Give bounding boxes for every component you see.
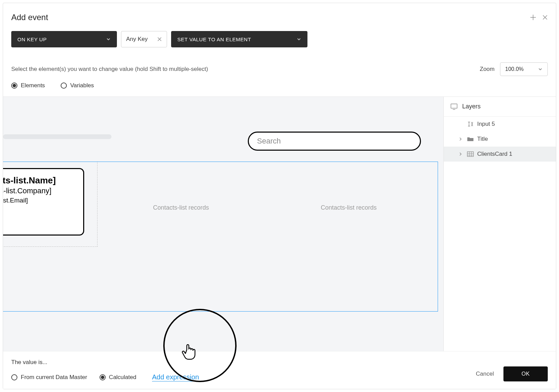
add-event-panel: Add event ON KEY UP Any Key: [3, 3, 556, 389]
trigger-label: ON KEY UP: [17, 36, 47, 42]
monitor-icon: [451, 103, 457, 110]
layer-label: Input 5: [477, 121, 495, 127]
add-icon[interactable]: [530, 14, 536, 20]
layer-label: Title: [477, 136, 488, 142]
scrollbar-stub[interactable]: [3, 134, 111, 139]
canvas-area: Search tacts-list.Name] acts-list.Compan…: [3, 96, 556, 351]
title-row: Add event: [11, 13, 548, 22]
contact-card[interactable]: tacts-list.Name] acts-list.Company] cts-…: [3, 168, 84, 236]
record-placeholder: Contacts-list records: [321, 204, 377, 211]
card-name: tacts-list.Name]: [3, 175, 80, 186]
key-label: Any Key: [126, 36, 148, 43]
value-label: The value is...: [11, 359, 548, 366]
card-email: cts-list.Email]: [3, 197, 80, 204]
value-radios: From current Data Master Calculated Add …: [11, 373, 548, 381]
layer-item-input5[interactable]: Input 5: [444, 117, 556, 132]
title-icons: [530, 14, 548, 20]
action-select[interactable]: SET VALUE TO AN ELEMENT: [171, 31, 307, 47]
key-chip[interactable]: Any Key: [121, 31, 167, 47]
close-icon[interactable]: [542, 15, 548, 20]
chevron-down-icon: [538, 67, 543, 72]
card-container: tacts-list.Name] acts-list.Company] cts-…: [3, 162, 97, 247]
chevron-right-icon[interactable]: [459, 152, 464, 156]
radio-variables-label: Variables: [70, 82, 94, 89]
layer-item-title[interactable]: Title: [444, 132, 556, 147]
search-input[interactable]: Search: [248, 132, 421, 151]
folder-icon: [467, 136, 474, 142]
action-label: SET VALUE TO AN ELEMENT: [177, 36, 251, 42]
header: Add event ON KEY UP Any Key: [3, 3, 556, 62]
radio-calculated-label: Calculated: [109, 374, 136, 381]
record-placeholder: Contacts-list records: [153, 204, 209, 211]
zoom-value: 100.0%: [505, 66, 524, 72]
selectors-row: ON KEY UP Any Key SET VALUE TO AN ELEMEN…: [11, 31, 548, 47]
svg-rect-1: [467, 152, 473, 156]
layers-panel: Layers Input 5 Title: [443, 97, 556, 351]
clear-key-icon[interactable]: [157, 37, 162, 42]
text-input-icon: [467, 121, 474, 127]
canvas-main[interactable]: Search tacts-list.Name] acts-list.Compan…: [3, 97, 443, 351]
radio-variables[interactable]: Variables: [61, 82, 94, 89]
layer-label: ClientsCard 1: [477, 151, 512, 157]
instruction-text: Select the element(s) you want to change…: [11, 66, 208, 73]
radio-from-data-master[interactable]: From current Data Master: [11, 374, 87, 381]
chevron-down-icon: [297, 37, 301, 42]
zoom-label: Zoom: [480, 66, 495, 73]
chevron-right-icon[interactable]: [459, 137, 464, 141]
svg-rect-0: [451, 104, 457, 108]
page-title: Add event: [11, 13, 48, 22]
radio-icon: [61, 82, 67, 89]
subheader-row: Select the element(s) you want to change…: [3, 62, 556, 82]
chevron-down-icon: [106, 37, 111, 42]
radio-icon: [100, 374, 106, 380]
cancel-button[interactable]: Cancel: [476, 371, 494, 377]
ok-label: OK: [522, 371, 530, 377]
grid-icon: [467, 151, 474, 157]
card-company: acts-list.Company]: [3, 186, 80, 195]
search-placeholder: Search: [257, 137, 281, 146]
radio-from-dm-label: From current Data Master: [21, 374, 87, 381]
layers-header: Layers: [444, 97, 556, 117]
zoom-select[interactable]: 100.0%: [500, 62, 548, 76]
layers-title: Layers: [462, 103, 481, 110]
zoom-control: Zoom 100.0%: [480, 62, 548, 76]
radio-icon: [11, 82, 17, 89]
layer-item-clientscard[interactable]: ClientsCard 1: [444, 147, 556, 162]
trigger-select[interactable]: ON KEY UP: [11, 31, 117, 47]
radio-elements-label: Elements: [21, 82, 45, 89]
add-expression-link[interactable]: Add expression: [152, 373, 199, 381]
radio-elements[interactable]: Elements: [11, 82, 45, 89]
footer-buttons: Cancel OK: [476, 366, 548, 381]
radio-calculated[interactable]: Calculated: [100, 374, 136, 381]
radio-icon: [11, 374, 17, 380]
ok-button[interactable]: OK: [503, 366, 548, 381]
target-radio-row: Elements Variables: [3, 82, 556, 96]
footer: The value is... From current Data Master…: [3, 351, 556, 389]
